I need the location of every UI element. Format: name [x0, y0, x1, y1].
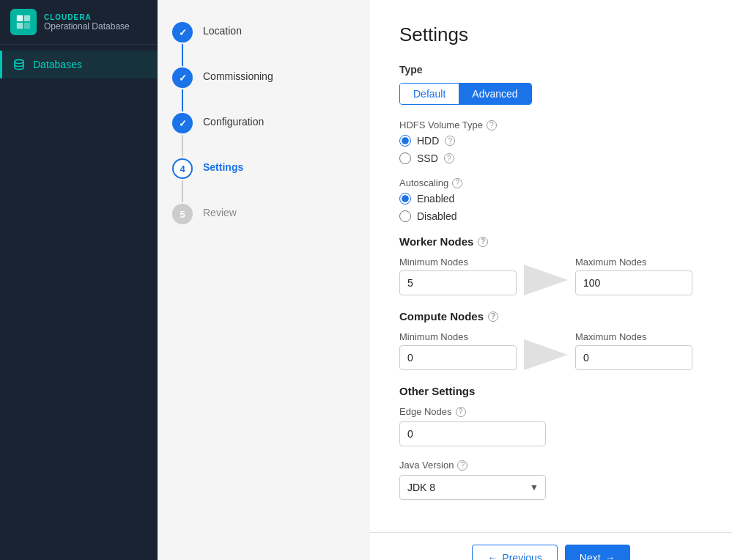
- step-circle-review: 5: [172, 204, 193, 224]
- step-label-configuration: Configuration: [203, 113, 264, 128]
- step-connector-configuration: ✓: [172, 113, 193, 158]
- step-review: 5 Review: [172, 204, 355, 224]
- edge-nodes-input[interactable]: [399, 421, 546, 446]
- worker-nodes-row: Minimum Nodes Maximum Nodes: [399, 257, 703, 295]
- disabled-option[interactable]: Disabled: [399, 210, 703, 222]
- compute-max-col: Maximum Nodes: [575, 331, 692, 370]
- ssd-info-icon[interactable]: ?: [444, 153, 454, 163]
- java-version-select-wrapper: JDK 8 JDK 11 JDK 17 ▼: [399, 475, 546, 500]
- sidebar-nav: Databases: [0, 45, 158, 84]
- logo-box: [10, 9, 37, 35]
- autoscaling-group: Autoscaling ? Enabled Disabled: [399, 177, 703, 222]
- edge-nodes-label: Edge Nodes ?: [399, 406, 703, 417]
- brand-name: CLOUDERA: [44, 13, 130, 21]
- compute-min-label: Minimum Nodes: [399, 331, 517, 342]
- autoscaling-info-icon[interactable]: ?: [452, 178, 462, 188]
- svg-rect-2: [17, 23, 23, 29]
- step-line-settings: [182, 180, 183, 202]
- hdd-label: HDD: [417, 135, 439, 147]
- step-label-commissioning: Commissioning: [203, 67, 273, 82]
- ssd-option[interactable]: SSD ?: [399, 152, 703, 164]
- step-circle-settings: 4: [172, 158, 193, 179]
- compute-nodes-info-icon[interactable]: ?: [488, 312, 498, 322]
- edge-nodes-info-icon[interactable]: ?: [456, 407, 466, 417]
- java-version-select[interactable]: JDK 8 JDK 11 JDK 17: [399, 475, 546, 500]
- disabled-radio[interactable]: [399, 210, 411, 222]
- compute-nodes-section: Compute Nodes ? Minimum Nodes Maximum No…: [399, 310, 703, 370]
- svg-rect-3: [24, 23, 30, 29]
- ssd-radio[interactable]: [399, 152, 411, 164]
- autoscaling-label: Autoscaling ?: [399, 177, 703, 188]
- sidebar-item-databases[interactable]: Databases: [0, 51, 158, 78]
- worker-triangle-icon: [524, 265, 568, 295]
- type-section-label: Type: [399, 64, 703, 75]
- enabled-option[interactable]: Enabled: [399, 193, 703, 205]
- other-settings-title: Other Settings: [399, 385, 703, 397]
- step-settings: 4 Settings: [172, 158, 355, 204]
- type-button-group: Default Advanced: [399, 83, 532, 105]
- footer: ← Previous Next →: [370, 532, 732, 560]
- step-label-review: Review: [203, 204, 237, 218]
- step-label-location: Location: [203, 22, 242, 37]
- hdd-option[interactable]: HDD ?: [399, 135, 703, 147]
- next-button[interactable]: Next →: [565, 545, 630, 560]
- type-advanced-button[interactable]: Advanced: [459, 84, 530, 104]
- hdfs-radio-group: HDD ? SSD ?: [399, 135, 703, 164]
- compute-max-input[interactable]: [575, 345, 692, 370]
- type-default-button[interactable]: Default: [400, 84, 459, 104]
- hdfs-volume-label: HDFS Volume Type ?: [399, 119, 703, 130]
- page-title: Settings: [399, 23, 703, 46]
- worker-max-input[interactable]: [575, 270, 692, 295]
- other-settings-section: Other Settings Edge Nodes ? Java Version…: [399, 385, 703, 500]
- brand-product: Operational Database: [44, 21, 130, 32]
- sidebar: CLOUDERA Operational Database Databases: [0, 0, 158, 560]
- compute-nodes-row: Minimum Nodes Maximum Nodes: [399, 331, 703, 370]
- compute-min-col: Minimum Nodes: [399, 331, 517, 370]
- svg-point-4: [15, 60, 23, 64]
- svg-rect-0: [17, 15, 23, 21]
- step-commissioning: ✓ Commissioning: [172, 67, 355, 113]
- step-line-location: [182, 44, 183, 66]
- step-connector-location: ✓: [172, 22, 193, 67]
- svg-rect-1: [24, 15, 30, 21]
- sidebar-item-label-databases: Databases: [33, 59, 82, 70]
- worker-nodes-section: Worker Nodes ? Minimum Nodes Maximum Nod…: [399, 235, 703, 295]
- disabled-label: Disabled: [417, 210, 456, 222]
- hdd-radio[interactable]: [399, 135, 411, 147]
- ssd-label: SSD: [417, 152, 438, 164]
- compute-min-input[interactable]: [399, 345, 517, 370]
- step-connector-settings: 4: [172, 158, 193, 204]
- worker-triangle-separator: [517, 265, 575, 295]
- hdd-info-icon[interactable]: ?: [445, 136, 455, 146]
- previous-arrow-icon: ←: [487, 552, 498, 560]
- java-version-info-icon[interactable]: ?: [457, 460, 467, 471]
- step-line-commissioning: [182, 89, 183, 111]
- step-connector-commissioning: ✓: [172, 67, 193, 113]
- worker-min-input[interactable]: [399, 270, 517, 295]
- compute-nodes-title: Compute Nodes ?: [399, 310, 703, 323]
- step-configuration: ✓ Configuration: [172, 113, 355, 158]
- enabled-radio[interactable]: [399, 193, 411, 205]
- step-label-settings: Settings: [203, 158, 243, 173]
- next-label: Next: [580, 552, 601, 560]
- step-line-configuration: [182, 135, 183, 157]
- previous-button[interactable]: ← Previous: [472, 545, 557, 560]
- edge-nodes-group: Edge Nodes ?: [399, 406, 703, 446]
- step-circle-configuration: ✓: [172, 113, 193, 133]
- worker-nodes-title: Worker Nodes ?: [399, 235, 703, 248]
- autoscaling-radio-group: Enabled Disabled: [399, 193, 703, 222]
- enabled-label: Enabled: [417, 193, 454, 205]
- worker-min-col: Minimum Nodes: [399, 257, 517, 295]
- brand: CLOUDERA Operational Database: [44, 13, 130, 32]
- next-arrow-icon: →: [605, 552, 615, 560]
- hdfs-volume-type-group: HDFS Volume Type ? HDD ? SSD ?: [399, 119, 703, 164]
- hdfs-info-icon[interactable]: ?: [487, 120, 497, 130]
- step-connector-review: 5: [172, 204, 193, 224]
- compute-triangle-separator: [517, 339, 575, 370]
- step-location: ✓ Location: [172, 22, 355, 67]
- worker-nodes-info-icon[interactable]: ?: [478, 237, 488, 247]
- stepper-panel: ✓ Location ✓ Commissioning ✓ Configurati…: [158, 0, 370, 560]
- worker-max-col: Maximum Nodes: [575, 257, 692, 295]
- main-content: Settings Type Default Advanced HDFS Volu…: [370, 0, 732, 560]
- compute-triangle-icon: [524, 339, 568, 370]
